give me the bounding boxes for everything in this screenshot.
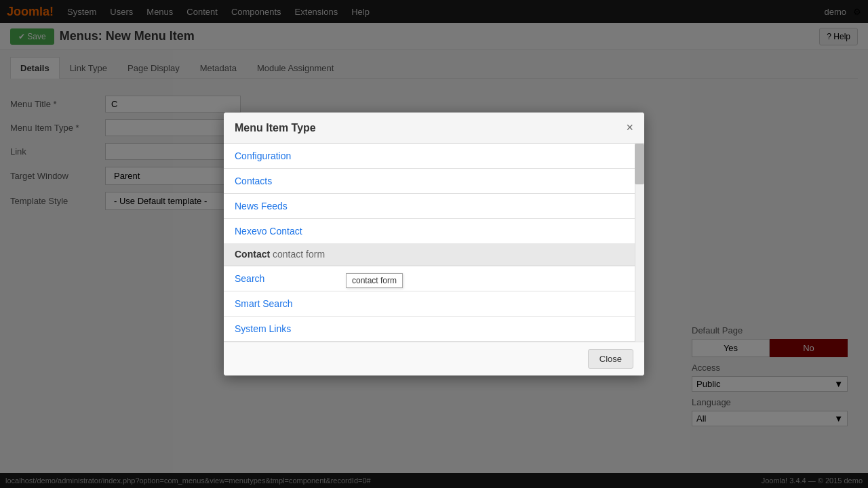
modal-close-button[interactable]: ×: [626, 121, 633, 135]
contact-form-item-text: Contact contact form: [235, 249, 325, 260]
contact-bold: Contact: [235, 249, 270, 260]
section-news-feeds-header[interactable]: News Feeds: [224, 194, 635, 218]
section-system-links-header[interactable]: System Links: [224, 317, 635, 341]
section-smart-search: Smart Search: [224, 291, 635, 317]
nexevo-sub-section: Contact contact form contact form: [224, 243, 635, 266]
section-search-header[interactable]: Search: [224, 266, 635, 291]
section-contacts: Contacts: [224, 169, 635, 194]
modal-dialog: Menu Item Type × Configuration Contacts: [224, 113, 644, 375]
contact-normal: contact form: [270, 249, 325, 260]
contact-form-item[interactable]: Contact contact form contact form: [224, 243, 635, 265]
section-contacts-label: Contacts: [235, 176, 272, 186]
section-smart-search-header[interactable]: Smart Search: [224, 291, 635, 316]
section-search-label: Search: [235, 273, 264, 284]
modal-footer: Close: [224, 342, 644, 375]
contact-form-tooltip: contact form: [346, 273, 403, 288]
modal-header: Menu Item Type ×: [224, 113, 644, 144]
section-news-feeds-label: News Feeds: [235, 201, 288, 211]
section-system-links-label: System Links: [235, 323, 291, 334]
modal-title: Menu Item Type: [235, 122, 316, 134]
section-nexevo-contact-header[interactable]: Nexevo Contact: [224, 219, 635, 243]
section-nexevo-contact: Nexevo Contact Contact contact form cont…: [224, 219, 635, 266]
modal-close-footer-button[interactable]: Close: [588, 349, 633, 369]
section-smart-search-label: Smart Search: [235, 298, 293, 309]
section-configuration-header[interactable]: Configuration: [224, 144, 635, 168]
section-news-feeds: News Feeds: [224, 194, 635, 219]
section-system-links: System Links: [224, 317, 635, 342]
modal-overlay: Menu Item Type × Configuration Contacts: [0, 0, 868, 488]
section-contacts-header[interactable]: Contacts: [224, 169, 635, 193]
section-configuration: Configuration: [224, 144, 635, 169]
modal-scrollbar-track[interactable]: [635, 144, 644, 342]
menu-item-type-list: Configuration Contacts News Feeds: [224, 144, 644, 342]
section-nexevo-contact-label: Nexevo Contact: [235, 226, 302, 237]
section-configuration-label: Configuration: [235, 150, 291, 161]
modal-body: Configuration Contacts News Feeds: [224, 144, 644, 342]
modal-scrollbar-thumb[interactable]: [635, 144, 644, 184]
section-search: Search: [224, 266, 635, 291]
